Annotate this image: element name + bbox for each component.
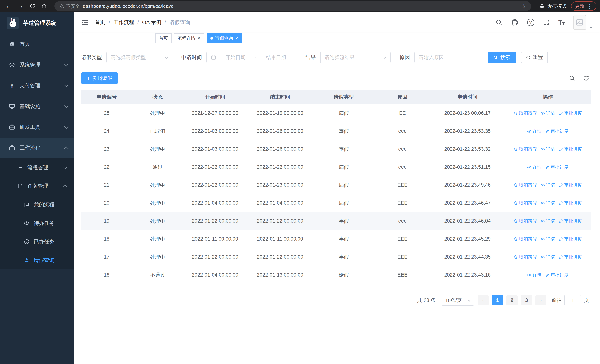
avatar-caret-icon[interactable]: [589, 27, 593, 29]
apply-time-range-picker[interactable]: 开始日期 - 结束日期: [206, 52, 297, 63]
incognito-label: 无痕模式: [547, 3, 567, 9]
cancel-leave-link[interactable]: 取消请假: [514, 110, 537, 116]
detail-link[interactable]: 详情: [541, 146, 555, 152]
browser-reload-button[interactable]: [28, 1, 38, 11]
result-select[interactable]: 请选择流结果: [320, 52, 391, 63]
approval-progress-link[interactable]: 审批进度: [545, 272, 569, 278]
detail-link[interactable]: 详情: [541, 110, 555, 116]
cell-actions: 取消请假 详情 审批进度: [504, 176, 591, 194]
approval-progress-link[interactable]: 审批进度: [559, 182, 582, 188]
reset-button[interactable]: 重置: [521, 52, 548, 63]
bookmark-star-icon[interactable]: ☆: [521, 3, 526, 9]
tab-leave-query[interactable]: 请假查询 ×: [206, 33, 242, 43]
browser-forward-button[interactable]: →: [16, 1, 26, 11]
tab-process-detail[interactable]: 流程详情 ×: [174, 33, 204, 43]
fullscreen-button[interactable]: [543, 19, 550, 26]
cell-start-time: 2022-01-03 00:00:00: [183, 122, 247, 140]
pen-icon: [559, 147, 563, 151]
next-page-button[interactable]: ›: [535, 295, 546, 305]
cancel-leave-link[interactable]: 取消请假: [514, 254, 537, 260]
toggle-search-button[interactable]: [569, 75, 575, 81]
page-size-select[interactable]: 10条/页: [441, 295, 474, 306]
sidebar-item-dev-tools[interactable]: 研发工具: [0, 117, 74, 138]
eye-icon: [541, 237, 545, 241]
prev-page-button[interactable]: ‹: [478, 295, 489, 305]
site-security-warning[interactable]: 不安全: [59, 3, 80, 9]
approval-progress-link[interactable]: 审批进度: [559, 236, 582, 242]
detail-link[interactable]: 详情: [541, 236, 555, 242]
cell-leave-type: 事假: [313, 230, 374, 248]
browser-home-button[interactable]: [39, 1, 49, 11]
approval-progress-link[interactable]: 审批进度: [559, 200, 582, 206]
detail-link[interactable]: 详情: [527, 272, 542, 278]
cell-actions: 详情 审批进度: [504, 158, 591, 176]
sidebar-item-label: 系统管理: [20, 61, 40, 68]
table-row: 16 不通过 2022-01-04 00:00:00 2022-01-13 00…: [81, 266, 591, 284]
cell-actions: 取消请假 详情 审批进度: [504, 104, 591, 122]
sidebar-item-todo-tasks[interactable]: 待办任务: [0, 214, 74, 233]
sidebar-item-label: 工作流程: [20, 144, 40, 151]
header-search-button[interactable]: [496, 19, 503, 26]
detail-link[interactable]: 详情: [541, 182, 555, 188]
detail-link[interactable]: 详情: [527, 128, 542, 134]
trash-icon: [514, 111, 518, 115]
browser-update-button[interactable]: 更新 ⋮: [571, 1, 596, 11]
approval-progress-label: 审批进度: [564, 200, 582, 206]
browser-menu-icon[interactable]: ⋮: [587, 3, 593, 9]
breadcrumb-home[interactable]: 首页: [95, 19, 105, 26]
detail-link[interactable]: 详情: [541, 200, 555, 206]
close-icon[interactable]: ×: [197, 36, 201, 41]
font-size-button[interactable]: TT: [559, 19, 565, 26]
cell-start-time: 2022-01-22 00:00:00: [183, 176, 247, 194]
sidebar-item-process-management[interactable]: 流程管理: [0, 158, 74, 177]
refresh-table-button[interactable]: [583, 75, 589, 81]
approval-progress-link[interactable]: 审批进度: [559, 254, 582, 260]
sidebar-item-payment[interactable]: ¥ 支付管理: [0, 75, 74, 96]
goto-page-input[interactable]: [564, 295, 581, 305]
approval-progress-link[interactable]: 审批进度: [545, 164, 569, 170]
browser-back-button[interactable]: ←: [4, 1, 14, 11]
help-button[interactable]: ?: [527, 19, 534, 26]
close-icon[interactable]: ×: [235, 36, 238, 41]
cancel-leave-link[interactable]: 取消请假: [514, 146, 537, 152]
leave-table: 申请编号 状态 开始时间 结束时间 请假类型 原因 申请时间 操作 25: [81, 90, 591, 284]
col-start-time: 开始时间: [183, 90, 247, 104]
cell-end-time: 2022-01-04 00:00:00: [247, 194, 313, 212]
approval-progress-link[interactable]: 审批进度: [559, 110, 582, 116]
breadcrumb-workflow[interactable]: 工作流程: [113, 19, 134, 26]
page-button-3[interactable]: 3: [521, 295, 532, 305]
detail-link[interactable]: 详情: [541, 218, 555, 224]
sidebar-item-home[interactable]: 首页: [0, 34, 74, 55]
cancel-leave-link[interactable]: 取消请假: [514, 182, 537, 188]
cancel-leave-link[interactable]: 取消请假: [514, 236, 537, 242]
github-icon[interactable]: [511, 19, 518, 26]
result-placeholder: 请选择流结果: [325, 54, 355, 61]
sidebar-item-done-tasks[interactable]: 已办任务: [0, 233, 74, 251]
sidebar-item-task-management[interactable]: 任务管理: [0, 177, 74, 195]
detail-link[interactable]: 详情: [541, 254, 555, 260]
detail-link[interactable]: 详情: [527, 164, 542, 170]
app-logo[interactable]: 芋道管理系统: [0, 12, 74, 34]
sidebar-item-workflow[interactable]: 工作流程: [0, 138, 74, 158]
cancel-leave-link[interactable]: 取消请假: [514, 218, 537, 224]
approval-progress-link[interactable]: 审批进度: [545, 128, 569, 134]
cancel-leave-link[interactable]: 取消请假: [514, 200, 537, 206]
sidebar-item-system[interactable]: 系统管理: [0, 55, 74, 75]
approval-progress-link[interactable]: 审批进度: [559, 146, 582, 152]
sidebar-item-my-processes[interactable]: 我的流程: [0, 195, 74, 214]
search-button[interactable]: 搜索: [488, 52, 516, 63]
approval-progress-link[interactable]: 审批进度: [559, 218, 582, 224]
page-button-1[interactable]: 1: [492, 295, 503, 305]
sidebar-item-infrastructure[interactable]: 基础设施: [0, 96, 74, 117]
tab-home[interactable]: 首页: [155, 33, 172, 43]
breadcrumb-oa-example[interactable]: OA 示例: [142, 19, 161, 26]
sidebar-collapse-button[interactable]: [80, 17, 90, 28]
table-row: 23 处理中 2022-01-03 00:00:00 2022-01-26 00…: [81, 140, 591, 158]
reason-input[interactable]: [414, 52, 480, 63]
sidebar-item-leave-query[interactable]: 请假查询: [0, 251, 74, 270]
create-leave-button[interactable]: + 发起请假: [81, 72, 118, 84]
address-bar[interactable]: 不安全 dashboard.yudao.iocoder.cn/bpm/oa/le…: [55, 1, 531, 11]
leave-type-select[interactable]: 请选择请假类型: [106, 52, 172, 63]
page-button-2[interactable]: 2: [506, 295, 517, 305]
user-avatar[interactable]: [573, 15, 586, 30]
